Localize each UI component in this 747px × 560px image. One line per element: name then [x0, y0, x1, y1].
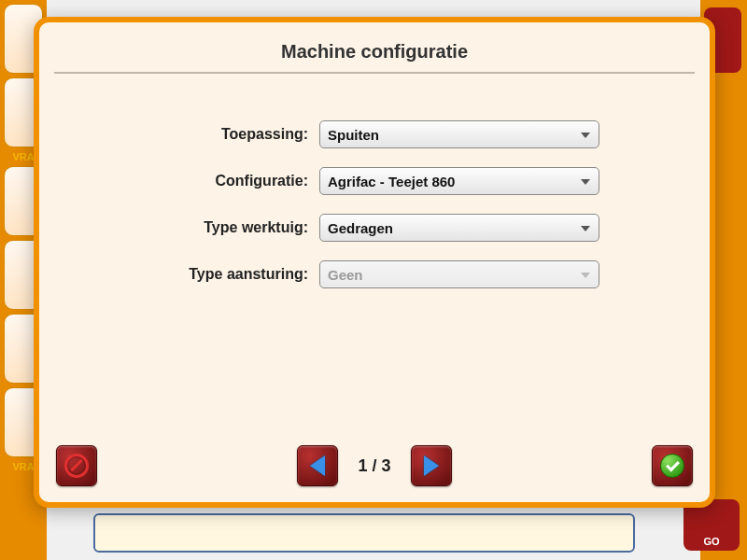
- next-page-button[interactable]: [411, 445, 452, 486]
- cancel-icon: [64, 454, 89, 478]
- confirm-button[interactable]: [652, 445, 693, 486]
- select-configuratie-value: Agrifac - Teejet 860: [328, 174, 455, 189]
- machine-config-dialog: Machine configuratie Toepassing: Spuiten…: [34, 17, 715, 508]
- label-toepassing: Toepassing:: [95, 126, 319, 143]
- select-toepassing-value: Spuiten: [328, 127, 379, 143]
- status-bar: [93, 513, 635, 553]
- select-toepassing[interactable]: Spuiten: [319, 120, 599, 148]
- arrow-left-icon: [310, 455, 325, 476]
- cancel-button[interactable]: [56, 445, 97, 486]
- label-type-werktuig: Type werktuig:: [95, 219, 319, 236]
- dialog-body: Toepassing: Spuiten Configuratie: Agrifa…: [39, 74, 710, 441]
- dialog-title: Machine configuratie: [54, 28, 695, 74]
- label-type-aansturing: Type aansturing:: [95, 266, 319, 283]
- dialog-footer: 1 / 3: [39, 441, 710, 502]
- arrow-right-icon: [424, 455, 439, 476]
- check-icon: [660, 454, 684, 478]
- select-configuratie[interactable]: Agrifac - Teejet 860: [319, 167, 599, 195]
- select-type-werktuig-value: Gedragen: [328, 220, 393, 236]
- label-configuratie: Configuratie:: [95, 173, 319, 189]
- select-type-aansturing-value: Geen: [328, 267, 363, 283]
- select-type-werktuig[interactable]: Gedragen: [319, 214, 599, 242]
- pager-indicator: 1 / 3: [351, 456, 398, 476]
- prev-page-button[interactable]: [297, 445, 338, 486]
- select-type-aansturing: Geen: [319, 260, 599, 288]
